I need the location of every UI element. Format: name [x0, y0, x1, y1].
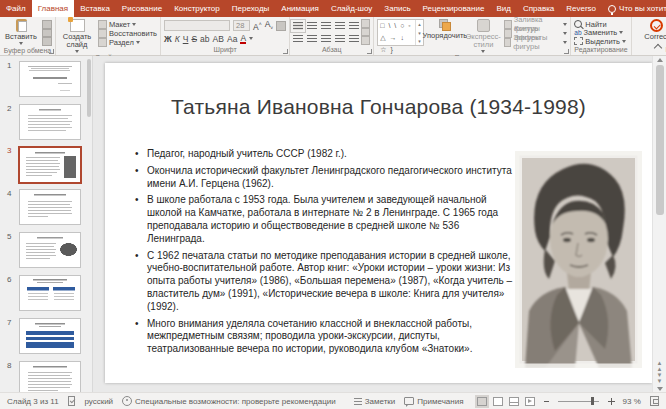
grow-font-button[interactable]: А˄ [253, 19, 262, 32]
shrink-font-button[interactable]: А˅ [265, 19, 274, 33]
slideshow-button[interactable] [525, 397, 535, 406]
fit-slide-to-window-icon[interactable] [650, 396, 659, 406]
thumbnail-preview[interactable] [19, 318, 81, 354]
new-slide-button[interactable]: Создать слайд [59, 19, 95, 53]
layout-button[interactable]: Макет [98, 20, 157, 28]
zoom-slider[interactable] [558, 401, 600, 402]
bullets-button[interactable] [293, 22, 303, 30]
tab-design[interactable]: Конструктор [168, 0, 226, 17]
decrease-indent-button[interactable] [321, 22, 331, 30]
next-slide-icon[interactable]: ▼▼ [657, 372, 663, 384]
line-spacing-button[interactable] [349, 22, 359, 30]
comments-button[interactable]: Примечания [404, 397, 463, 406]
strikethrough-button[interactable]: S [191, 34, 197, 44]
tab-slideshow[interactable]: Слайд-шоу [325, 0, 378, 17]
shapes-gallery[interactable]: □ \ \ ○ ◦△ → ↓ ☆ } ▴▾▾ [377, 19, 424, 46]
zoom-level[interactable]: 93 % [623, 397, 641, 406]
bold-button[interactable]: Ж [164, 34, 172, 44]
spell-check-icon[interactable] [68, 396, 76, 406]
slide-thumbnail-7[interactable]: 7 [0, 318, 92, 353]
thumbnail-preview[interactable] [19, 189, 81, 225]
change-case-button[interactable]: Аа [227, 34, 238, 44]
dialog-launcher-icon[interactable] [564, 49, 569, 54]
dialog-launcher-icon[interactable] [367, 49, 372, 54]
slide-editing-surface[interactable]: Татьяна Ивановна Гончарова (1934-1998) П… [105, 63, 652, 383]
language-status[interactable]: русский [84, 397, 113, 406]
tell-me-box[interactable]: Что вы хотите сделать? [602, 0, 666, 17]
dialog-launcher-icon[interactable] [49, 49, 54, 54]
quick-styles-button[interactable]: Экспресс-стили [466, 19, 501, 53]
tab-insert[interactable]: Вставка [74, 0, 116, 17]
select-button[interactable]: Выделить [574, 37, 627, 45]
tab-draw[interactable]: Рисование [116, 0, 168, 17]
slide-thumbnail-5[interactable]: 5 [0, 232, 92, 267]
character-spacing-button[interactable]: АВ [213, 34, 224, 44]
convert-to-smartart-icon[interactable] [361, 36, 370, 45]
section-button[interactable]: Раздел [98, 38, 157, 46]
slide-thumbnail-6[interactable]: 6 [0, 275, 92, 310]
format-painter-icon[interactable] [42, 37, 52, 46]
replace-button[interactable]: abЗаменить [574, 29, 627, 37]
zoom-slider-thumb[interactable] [591, 397, 595, 405]
slide-thumbnail-4[interactable]: 4 [0, 189, 92, 224]
tab-home[interactable]: Главная [32, 0, 74, 17]
tab-record[interactable]: Запись [378, 0, 416, 17]
scrollbar-thumb[interactable] [656, 65, 664, 215]
scroll-up-icon[interactable] [657, 58, 663, 62]
correct-button[interactable]: Correct [639, 19, 666, 41]
dialog-launcher-icon[interactable] [283, 49, 288, 54]
justify-button[interactable] [335, 35, 345, 43]
thumbnail-preview[interactable] [19, 104, 81, 140]
font-color-button[interactable]: А [240, 34, 246, 44]
clear-formatting-icon[interactable] [276, 21, 286, 31]
slide-thumbnail-2[interactable]: 2 [0, 104, 92, 139]
cut-icon[interactable] [42, 20, 52, 29]
tab-review[interactable]: Рецензирование [417, 0, 491, 17]
increase-indent-button[interactable] [335, 22, 345, 30]
shape-effects-button[interactable]: Эффекты фигуры [504, 38, 567, 46]
notes-button[interactable]: Заметки [354, 397, 396, 406]
numbering-button[interactable] [307, 22, 317, 30]
thumbnail-preview[interactable] [19, 232, 81, 268]
vertical-scrollbar[interactable]: ▲▲ ▼▼ [652, 56, 666, 393]
thumbnail-preview[interactable] [19, 275, 81, 311]
scroll-down-icon[interactable] [657, 387, 663, 391]
font-name-select[interactable] [164, 20, 230, 31]
tab-transitions[interactable]: Переходы [226, 0, 276, 17]
tab-reverso[interactable]: Reverso [560, 0, 602, 17]
thumbnail-preview[interactable] [18, 146, 82, 184]
reading-view-button[interactable] [509, 397, 519, 406]
columns-button[interactable] [349, 35, 359, 43]
reset-button[interactable]: Восстановить [98, 29, 157, 37]
thumbnail-panel-scrollbar[interactable] [87, 59, 91, 117]
slide-thumbnail-1[interactable]: 1 [0, 61, 92, 96]
accessibility-status[interactable]: Специальные возможности: проверьте реком… [122, 396, 336, 406]
arrange-button[interactable]: Упорядочить [427, 19, 463, 40]
slide-body-text[interactable]: Педагог, народный учитель СССР (1982 г.)… [135, 148, 515, 360]
underline-button[interactable]: Ч [183, 34, 189, 44]
slide-sorter-view-button[interactable] [493, 397, 503, 406]
slide-thumbnail-8[interactable]: 8 [0, 361, 92, 393]
slide-thumbnail-3-selected[interactable]: 3 [0, 146, 92, 181]
text-direction-icon[interactable] [361, 19, 370, 28]
tab-file[interactable]: Файл [0, 0, 32, 17]
align-center-button[interactable] [307, 35, 317, 43]
align-right-button[interactable] [321, 35, 331, 43]
align-text-icon[interactable] [361, 28, 370, 37]
zoom-out-icon[interactable] [544, 401, 549, 402]
thumbnail-preview[interactable] [19, 361, 81, 393]
align-left-button[interactable] [293, 35, 303, 43]
slide-title[interactable]: Татьяна Ивановна Гончарова (1934-1998) [125, 95, 632, 119]
text-shadow-button[interactable]: ab [200, 34, 209, 44]
italic-button[interactable]: К [175, 34, 180, 44]
thumbnail-preview[interactable] [19, 61, 81, 97]
find-button[interactable]: Найти [574, 20, 627, 28]
copy-icon[interactable] [42, 29, 52, 38]
paste-button[interactable]: Вставить [3, 19, 39, 45]
previous-slide-icon[interactable]: ▲▲ [657, 360, 663, 372]
font-size-select[interactable]: 28 [233, 20, 250, 31]
zoom-in-icon[interactable] [608, 398, 613, 405]
portrait-photo-goncharova[interactable] [515, 151, 642, 368]
tab-animations[interactable]: Анимация [275, 0, 325, 17]
normal-view-button[interactable] [477, 397, 487, 406]
